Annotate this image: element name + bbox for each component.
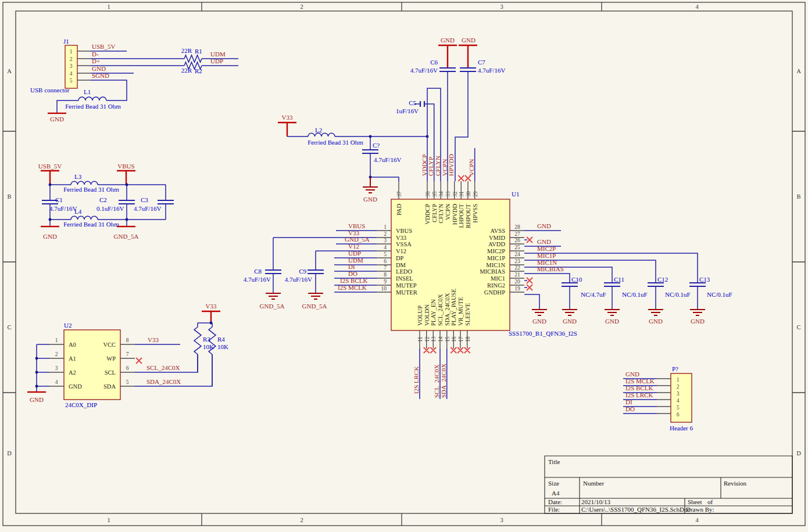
c10-c13-capacitors[interactable] bbox=[562, 283, 706, 286]
net-label-vddcp[interactable]: VDDCP bbox=[421, 154, 428, 176]
c2-value[interactable]: 0.1uF/16V bbox=[96, 205, 124, 212]
r2-designator[interactable]: R2 bbox=[195, 67, 202, 74]
net-label-i2s-lrck[interactable]: I2S LRCK bbox=[413, 366, 420, 394]
net-label-udm[interactable]: UDM bbox=[210, 51, 226, 57]
c6-designator[interactable]: C6 bbox=[430, 59, 438, 66]
net-label-dplus[interactable]: D+ bbox=[92, 57, 100, 64]
usb5v-power-label[interactable]: USB_5V bbox=[38, 163, 62, 170]
r1-resistor[interactable] bbox=[184, 55, 202, 62]
vbus-power-label[interactable]: VBUS bbox=[117, 163, 134, 170]
net-label-sda24c0x[interactable]: SDA_24C0X bbox=[440, 364, 447, 398]
l4-inductor[interactable] bbox=[71, 216, 98, 220]
net-label-i2s-mclk[interactable]: I2S MCLK bbox=[338, 284, 367, 291]
gnd5a-earth-label[interactable]: GND_5A bbox=[302, 303, 327, 310]
p1-pin-stubs[interactable] bbox=[657, 379, 671, 414]
c8-c9-capacitors[interactable] bbox=[265, 270, 324, 274]
v33-power-label[interactable]: V33 bbox=[206, 303, 217, 310]
l4-value[interactable]: Ferried Bead 31 Ohm bbox=[63, 221, 119, 228]
c3-value[interactable]: 4.7uF/16V bbox=[134, 205, 161, 212]
c10-designator[interactable]: C10 bbox=[571, 276, 582, 283]
gnd-power-label[interactable]: GND bbox=[43, 233, 57, 240]
net-label-sgnd[interactable]: SGND bbox=[92, 72, 109, 79]
net-label-gnd5a[interactable]: GND_5A bbox=[345, 236, 370, 243]
v33-power-port[interactable] bbox=[278, 123, 296, 136]
gnd-power-label[interactable]: GND bbox=[441, 37, 455, 44]
gnd-earth-symbols[interactable] bbox=[532, 310, 705, 315]
usb-power-filter-section[interactable]: USB_5V VBUS L3 Ferried Bead 31 Ohm L4 Fe… bbox=[38, 163, 174, 240]
r3-value[interactable]: 10K bbox=[203, 343, 214, 350]
c8-designator[interactable]: C8 bbox=[254, 268, 262, 275]
gnd-earth-symbol[interactable] bbox=[363, 177, 378, 193]
c11-value[interactable]: NC/0.1uF bbox=[622, 291, 648, 298]
gnd5a-earth-label[interactable]: GND_5A bbox=[260, 303, 285, 310]
l2-inductor[interactable] bbox=[308, 133, 335, 136]
c8-value[interactable]: 4.7uF/16V bbox=[244, 276, 271, 283]
net-label-gnd[interactable]: GND bbox=[537, 222, 551, 229]
u1-bottom-nets-section[interactable]: I2S LRCK SCL_24C0X SDA_24C0X bbox=[413, 347, 470, 399]
net-label-micbias[interactable]: MICBIAS bbox=[537, 265, 564, 272]
c10-value[interactable]: NC/4.7uF bbox=[581, 291, 606, 298]
p1-body[interactable] bbox=[671, 373, 692, 422]
net-label-scl24c0x[interactable]: SCL_24C0X bbox=[146, 364, 180, 371]
c7-value[interactable]: 4.7uF/16V bbox=[478, 67, 505, 74]
gnd-power-label[interactable]: GND bbox=[50, 116, 64, 123]
net-label-scl24c0x[interactable]: SCL_24C0X bbox=[433, 364, 440, 398]
net-label-vbus[interactable]: VBUS bbox=[348, 222, 365, 229]
p1-designator[interactable]: P? bbox=[672, 365, 678, 372]
r4-value[interactable]: 10K bbox=[217, 343, 228, 350]
c13-value[interactable]: NC/0.1uF bbox=[707, 291, 732, 298]
j1-designator[interactable]: J1 bbox=[63, 38, 69, 45]
net-label-do[interactable]: DO bbox=[348, 270, 357, 277]
u1-left-nets-section[interactable]: VBUS V33 GND_5A V12 UDP UDM DI DO I2S BC… bbox=[244, 222, 377, 310]
l3-value[interactable]: Ferried Bead 31 Ohm bbox=[63, 186, 119, 193]
usb5v-power-port[interactable] bbox=[41, 171, 59, 185]
i2s-header-section[interactable]: P? Header 6 1 2 3 4 5 6 GND I2S MCLK I2S… bbox=[623, 365, 693, 432]
gnd-earth-label[interactable]: GND bbox=[563, 318, 577, 325]
cq-designator[interactable]: C? bbox=[373, 142, 380, 149]
c12-designator[interactable]: C12 bbox=[657, 276, 668, 283]
l2-designator[interactable]: L2 bbox=[315, 127, 322, 134]
gnd5a-earth-symbols[interactable] bbox=[266, 293, 323, 299]
c6-value[interactable]: 4.7uF/16V bbox=[410, 67, 438, 74]
r2-value[interactable]: 22R bbox=[181, 67, 192, 74]
gnd5a-power-label[interactable]: GND_5A bbox=[114, 233, 139, 240]
l3-designator[interactable]: L3 bbox=[74, 173, 82, 180]
net-label-v12[interactable]: V12 bbox=[348, 243, 359, 250]
net-label-cflyn[interactable]: CFLYN bbox=[434, 156, 441, 176]
gnd-earth-label[interactable]: GND bbox=[605, 318, 619, 325]
r1-designator[interactable]: R1 bbox=[195, 48, 202, 55]
p1-part[interactable]: Header 6 bbox=[670, 425, 693, 432]
c1-designator[interactable]: C1 bbox=[55, 196, 63, 203]
c13-designator[interactable]: C13 bbox=[699, 276, 710, 283]
net-label-usb5v[interactable]: USB_5V bbox=[92, 43, 115, 50]
c6-c7-capacitors[interactable] bbox=[439, 68, 476, 71]
c5-capacitor[interactable] bbox=[420, 101, 424, 107]
net-label-vcpn[interactable]: VCPN bbox=[441, 159, 448, 176]
gnd-power-label[interactable]: GND bbox=[30, 396, 44, 403]
j1-pin-stubs[interactable] bbox=[77, 51, 91, 80]
net-label-vcpn-hpvss[interactable]: VCPN bbox=[468, 159, 475, 176]
net-label-do[interactable]: DO bbox=[625, 405, 635, 412]
r3-designator[interactable]: R3 bbox=[203, 336, 210, 343]
u2-designator[interactable]: U2 bbox=[64, 322, 71, 329]
gnd-earth-label[interactable]: GND bbox=[691, 318, 705, 325]
net-label-i2s-lrck[interactable]: I2S LRCK bbox=[625, 391, 653, 398]
gnd-earth-label[interactable]: GND bbox=[532, 318, 546, 325]
c3-designator[interactable]: C3 bbox=[141, 196, 148, 203]
l2-value[interactable]: Ferried Bead 31 Ohm bbox=[308, 139, 363, 146]
v33-power-port[interactable] bbox=[202, 311, 220, 323]
net-label-dminus[interactable]: D- bbox=[92, 51, 99, 57]
c7-designator[interactable]: C7 bbox=[478, 59, 485, 66]
net-label-cflyp[interactable]: CFLYP bbox=[427, 157, 434, 176]
l1-designator[interactable]: L1 bbox=[84, 88, 91, 95]
u1-designator[interactable]: U1 bbox=[512, 190, 519, 197]
net-label-v33[interactable]: V33 bbox=[148, 336, 159, 343]
net-label-i2s-mclk[interactable]: I2S MCLK bbox=[625, 378, 655, 384]
gnd-power-label[interactable]: GND bbox=[462, 37, 475, 44]
usb-connector-section[interactable]: J1 1 2 3 4 5 USB connector USB_5V D- D+ … bbox=[30, 38, 238, 123]
net-label-gnd[interactable]: GND bbox=[92, 65, 106, 72]
gnd-earth-label[interactable]: GND bbox=[649, 318, 663, 325]
u2-wires[interactable] bbox=[37, 344, 212, 392]
net-label-i2s-bclk[interactable]: I2S BCLK bbox=[625, 384, 653, 391]
l1-inductor[interactable] bbox=[78, 97, 106, 100]
